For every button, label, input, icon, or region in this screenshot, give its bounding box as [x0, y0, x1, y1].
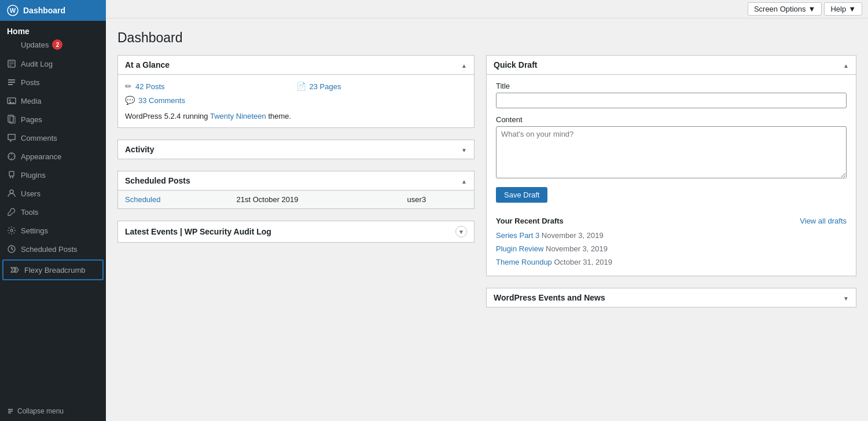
- home-label: Home: [7, 27, 30, 36]
- at-a-glance-toggle: [461, 61, 467, 69]
- activity-toggle: [461, 145, 467, 154]
- help-arrow: ▼: [848, 5, 856, 13]
- sidebar-item-flexy-breadcrumb[interactable]: Flexy Breadcrumb: [2, 259, 104, 280]
- sidebar-item-label: Comments: [21, 134, 57, 142]
- draft-date-3: October 31, 2019: [554, 258, 612, 266]
- quick-draft-header[interactable]: Quick Draft: [487, 56, 856, 75]
- latest-events-toggle[interactable]: ▼: [455, 226, 467, 237]
- scheduled-posts-table: Scheduled 21st October 2019 user3: [118, 191, 474, 208]
- pages-stat[interactable]: 📄 23 Pages: [296, 82, 468, 91]
- draft-item-1: Series Part 3 November 3, 2019: [487, 229, 856, 242]
- sidebar-item-settings[interactable]: Settings: [0, 221, 106, 240]
- title-label: Title: [496, 82, 847, 90]
- draft-title-input[interactable]: [496, 93, 847, 108]
- wp-version-prefix: WordPress 5.2.4 running: [125, 112, 208, 120]
- sidebar-item-audit-log[interactable]: Audit Log: [0, 54, 106, 73]
- pages-icon: [7, 115, 16, 124]
- draft-title-2[interactable]: Plugin Review: [496, 244, 543, 253]
- at-a-glance-widget: At a Glance ✏ 42 Posts 📄 23 Pages: [117, 55, 475, 128]
- svg-text:W: W: [10, 7, 16, 14]
- main-content: Dashboard At a Glance ✏ 42 Posts: [106, 19, 868, 421]
- scheduled-posts-icon: [7, 244, 16, 254]
- pages-stat-icon: 📄: [296, 82, 306, 91]
- wp-version-text: WordPress 5.2.4 running Twenty Nineteen …: [125, 112, 467, 120]
- sidebar-item-label: Posts: [21, 78, 40, 87]
- sidebar-item-label: Flexy Breadcrumb: [24, 266, 85, 274]
- latest-events-header[interactable]: Latest Events | WP Security Audit Log ▼: [118, 221, 474, 242]
- updates-label: Updates: [21, 41, 49, 49]
- scheduled-post-title[interactable]: Scheduled: [125, 195, 160, 204]
- activity-title: Activity: [125, 145, 155, 154]
- draft-content-textarea[interactable]: [496, 126, 847, 178]
- sidebar-item-label: Audit Log: [21, 60, 53, 68]
- screen-options-button[interactable]: Screen Options ▼: [748, 2, 822, 16]
- comments-count: 33 Comments: [138, 96, 185, 105]
- sidebar-brand[interactable]: W Dashboard: [0, 0, 106, 21]
- sidebar-brand-label: Dashboard: [23, 6, 65, 15]
- svg-point-12: [10, 190, 13, 193]
- screen-options-label: Screen Options: [754, 5, 806, 13]
- screen-options-arrow: ▼: [808, 5, 816, 13]
- posts-icon: [7, 78, 16, 87]
- sidebar-item-label: Scheduled Posts: [21, 245, 78, 254]
- topbar: Screen Options ▼ Help ▼: [106, 0, 868, 19]
- help-button[interactable]: Help ▼: [824, 2, 862, 16]
- svg-point-7: [9, 100, 11, 101]
- flexy-breadcrumb-icon: [10, 265, 20, 274]
- scheduled-posts-header[interactable]: Scheduled Posts: [118, 171, 474, 191]
- scheduled-posts-widget: Scheduled Posts Scheduled 21st October 2…: [117, 171, 475, 209]
- comments-stat-icon: 💬: [125, 96, 135, 105]
- view-all-drafts-link[interactable]: View all drafts: [800, 217, 847, 225]
- svg-point-13: [10, 229, 13, 232]
- at-a-glance-body: ✏ 42 Posts 📄 23 Pages 💬 33 Comments: [118, 75, 474, 127]
- sidebar-item-updates[interactable]: Updates 2: [0, 38, 106, 54]
- sidebar-item-plugins[interactable]: Plugins: [0, 166, 106, 184]
- posts-stat-icon: ✏: [125, 82, 132, 91]
- sidebar: W Dashboard Home Updates 2 Audit Log Pos…: [0, 0, 106, 421]
- draft-title-1[interactable]: Series Part 3: [496, 231, 539, 240]
- quick-draft-title: Quick Draft: [494, 60, 537, 69]
- sidebar-item-label: Media: [21, 97, 41, 105]
- draft-title-3[interactable]: Theme Roundup: [496, 258, 552, 266]
- right-column: Quick Draft Title Content Save Draft You…: [486, 55, 856, 319]
- help-label: Help: [830, 5, 846, 13]
- at-a-glance-header[interactable]: At a Glance: [118, 56, 474, 75]
- recent-drafts-header: Your Recent Drafts View all drafts: [487, 210, 856, 229]
- scheduled-posts-toggle: [461, 177, 467, 185]
- sidebar-item-appearance[interactable]: Appearance: [0, 147, 106, 166]
- sidebar-item-comments[interactable]: Comments: [0, 129, 106, 147]
- save-draft-button[interactable]: Save Draft: [496, 187, 547, 203]
- collapse-label: Collapse menu: [17, 407, 64, 415]
- sidebar-item-scheduled-posts[interactable]: Scheduled Posts: [0, 240, 106, 258]
- wp-events-header[interactable]: WordPress Events and News: [487, 288, 856, 307]
- left-column: At a Glance ✏ 42 Posts 📄 23 Pages: [117, 55, 475, 254]
- wp-events-widget: WordPress Events and News: [486, 288, 856, 307]
- posts-stat[interactable]: ✏ 42 Posts: [125, 82, 296, 91]
- sidebar-item-media[interactable]: Media: [0, 91, 106, 110]
- sidebar-item-tools[interactable]: Tools: [0, 203, 106, 221]
- settings-icon: [7, 226, 16, 235]
- sidebar-item-label: Appearance: [21, 152, 61, 161]
- updates-badge: 2: [52, 39, 62, 50]
- latest-events-widget: Latest Events | WP Security Audit Log ▼: [117, 221, 475, 243]
- collapse-menu-button[interactable]: Collapse menu: [0, 401, 106, 421]
- sidebar-item-label: Users: [21, 189, 41, 198]
- activity-header[interactable]: Activity: [118, 140, 474, 159]
- sidebar-item-pages[interactable]: Pages: [0, 110, 106, 129]
- wp-events-title: WordPress Events and News: [494, 293, 605, 302]
- scheduled-post-user: user3: [400, 191, 474, 208]
- dashboard-columns: At a Glance ✏ 42 Posts 📄 23 Pages: [117, 55, 856, 319]
- theme-link[interactable]: Twenty Nineteen: [210, 112, 266, 120]
- latest-events-title: Latest Events | WP Security Audit Log: [125, 227, 271, 236]
- sidebar-item-posts[interactable]: Posts: [0, 73, 106, 91]
- sidebar-item-label: Tools: [21, 208, 38, 217]
- comments-stat[interactable]: 💬 33 Comments: [125, 96, 296, 105]
- appearance-icon: [7, 152, 16, 161]
- activity-widget: Activity: [117, 140, 475, 159]
- at-glance-stats: ✏ 42 Posts 📄 23 Pages 💬 33 Comments: [125, 82, 467, 105]
- sidebar-item-label: Settings: [21, 226, 48, 235]
- sidebar-item-home[interactable]: Home: [0, 21, 106, 38]
- plugins-icon: [7, 170, 16, 180]
- wp-logo-icon: W: [7, 5, 19, 16]
- sidebar-item-users[interactable]: Users: [0, 184, 106, 203]
